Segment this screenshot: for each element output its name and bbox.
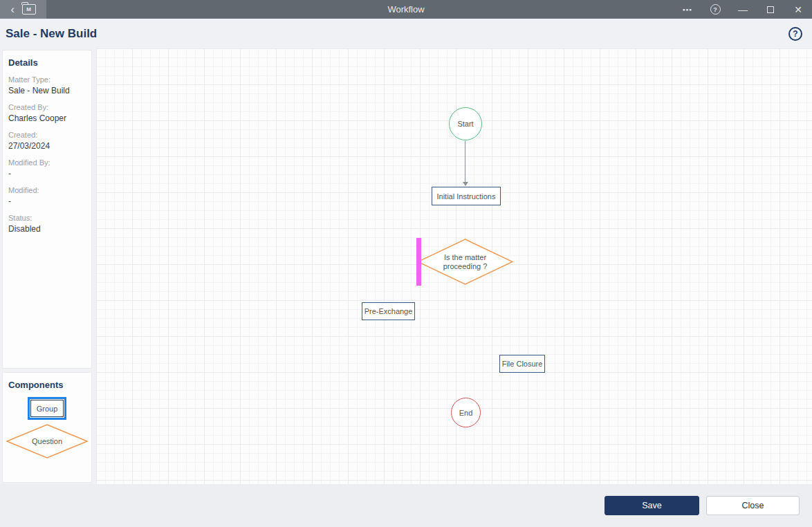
- field-label: Created:: [8, 130, 86, 140]
- node-initial-instructions[interactable]: Initial Instructions: [432, 187, 501, 205]
- field-matter-type: Matter Type: Sale - New Build: [8, 75, 86, 96]
- field-label: Modified:: [8, 185, 86, 196]
- component-group-label: Group: [30, 400, 64, 417]
- save-button[interactable]: Save: [605, 496, 699, 515]
- field-created-by: Created By: Charles Cooper: [8, 102, 86, 124]
- field-value: -: [8, 196, 86, 207]
- field-modified: Modified: -: [8, 185, 86, 207]
- sidebar: Details Matter Type: Sale - New Build Cr…: [0, 48, 96, 484]
- field-label: Modified By:: [8, 158, 86, 168]
- details-panel: Details Matter Type: Sale - New Build Cr…: [2, 50, 92, 369]
- maximize-icon[interactable]: [757, 0, 784, 19]
- field-value: -: [8, 168, 86, 179]
- component-question[interactable]: Question: [6, 424, 88, 459]
- node-pre-exchange[interactable]: Pre-Exchange: [362, 302, 415, 320]
- footer-bar: Save Close: [0, 484, 812, 527]
- field-status: Status: Disabled: [8, 213, 86, 234]
- selection-bar[interactable]: [416, 238, 421, 286]
- page-title: Sale - New Build: [6, 27, 97, 41]
- field-value: 27/03/2024: [8, 140, 86, 151]
- node-start[interactable]: Start: [449, 107, 482, 140]
- close-button[interactable]: Close: [706, 496, 800, 515]
- field-label: Matter Type:: [8, 75, 86, 85]
- field-value: Sale - New Build: [8, 85, 86, 96]
- components-panel: Components Group Question: [2, 372, 92, 483]
- arrowhead-icon: [463, 182, 468, 186]
- matter-folder-letter: M: [26, 6, 31, 12]
- field-label: Status:: [8, 213, 86, 223]
- field-label: Created By:: [8, 102, 86, 113]
- window-controls: ⋯ ? — ✕: [674, 0, 812, 19]
- titlebar-left-section: ‹ M: [0, 0, 46, 19]
- node-question-label: Is the matter proceeding ?: [434, 239, 496, 285]
- close-icon[interactable]: ✕: [784, 0, 812, 19]
- connector-start-to-initial: [465, 141, 465, 182]
- minimize-icon[interactable]: —: [729, 0, 757, 19]
- page-header: Sale - New Build ?: [0, 19, 812, 48]
- workflow-canvas[interactable]: Start Initial Instructions Is the matter…: [96, 48, 812, 484]
- ellipsis-menu-icon[interactable]: ⋯: [674, 0, 701, 19]
- node-question[interactable]: Is the matter proceeding ?: [417, 239, 513, 285]
- node-file-closure[interactable]: File Closure: [499, 355, 545, 373]
- field-value: Charles Cooper: [8, 113, 86, 124]
- page-help-icon[interactable]: ?: [788, 27, 802, 41]
- components-heading: Components: [3, 380, 91, 390]
- details-heading: Details: [8, 57, 86, 68]
- back-icon[interactable]: ‹: [10, 0, 14, 19]
- node-end[interactable]: End: [451, 398, 481, 427]
- content-area: Details Matter Type: Sale - New Build Cr…: [0, 48, 812, 484]
- field-created: Created: 27/03/2024: [8, 130, 86, 151]
- status-value: Disabled: [8, 223, 86, 234]
- field-modified-by: Modified By: -: [8, 158, 86, 179]
- window-titlebar: ‹ M Workflow ⋯ ? — ✕: [0, 0, 812, 19]
- component-question-label: Question: [6, 424, 88, 459]
- component-group[interactable]: Group: [28, 397, 66, 420]
- titlebar-help-icon[interactable]: ?: [701, 0, 729, 19]
- matter-folder-icon[interactable]: M: [22, 4, 36, 15]
